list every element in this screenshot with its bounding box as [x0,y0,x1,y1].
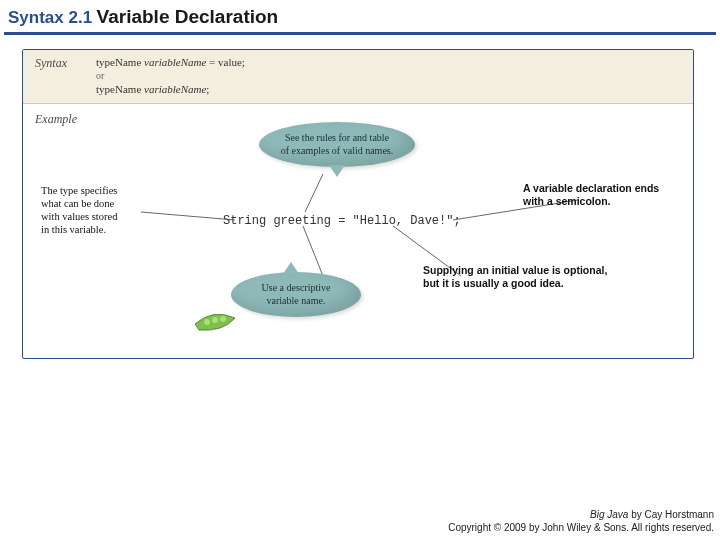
bubble-valid-names: See the rules for and tableof examples o… [259,122,415,167]
svg-line-2 [303,226,323,276]
footer-author: by Cay Horstmann [628,509,714,520]
note-ends-semicolon: A variable declaration endswith a semico… [523,182,687,208]
pea-icon [193,310,237,332]
syntax-var-1: variableName [144,56,206,68]
svg-point-7 [220,316,226,322]
svg-line-0 [141,212,235,220]
title-rule [4,32,716,35]
footer: Big Java by Cay Horstmann Copyright © 20… [448,508,714,534]
footer-copyright: Copyright © 2009 by John Wiley & Sons. A… [448,521,714,534]
syntax-or: or [96,70,245,81]
svg-line-1 [305,174,323,212]
example-label: Example [35,112,93,127]
title-main: Variable Declaration [97,6,279,27]
bubble-descriptive-name: Use a descriptivevariable name. [231,272,361,317]
syntax-type-1: typeName [96,56,141,68]
note-type-specifies: The type specifieswhat can be donewith v… [41,184,151,237]
syntax-rest-1: = value; [206,56,245,68]
example-code: String greeting = "Hello, Dave!"; [223,214,461,228]
title-prefix: Syntax 2.1 [8,8,92,27]
svg-point-6 [212,317,218,323]
syntax-figure: Syntax typeName variableName = value; or… [22,49,694,359]
example-area: Example String greeting = "Hello, Dave!"… [23,104,693,352]
syntax-var-2: variableName [144,83,206,95]
syntax-rest-2: ; [206,83,209,95]
syntax-lines: typeName variableName = value; or typeNa… [96,56,245,95]
slide-title: Syntax 2.1 Variable Declaration [0,0,720,32]
syntax-type-2: typeName [96,83,141,95]
svg-point-5 [204,319,210,325]
footer-book: Big Java [590,509,628,520]
syntax-box: Syntax typeName variableName = value; or… [23,50,693,104]
syntax-label: Syntax [35,56,93,71]
note-initial-value: Supplying an initial value is optional,b… [423,264,643,290]
